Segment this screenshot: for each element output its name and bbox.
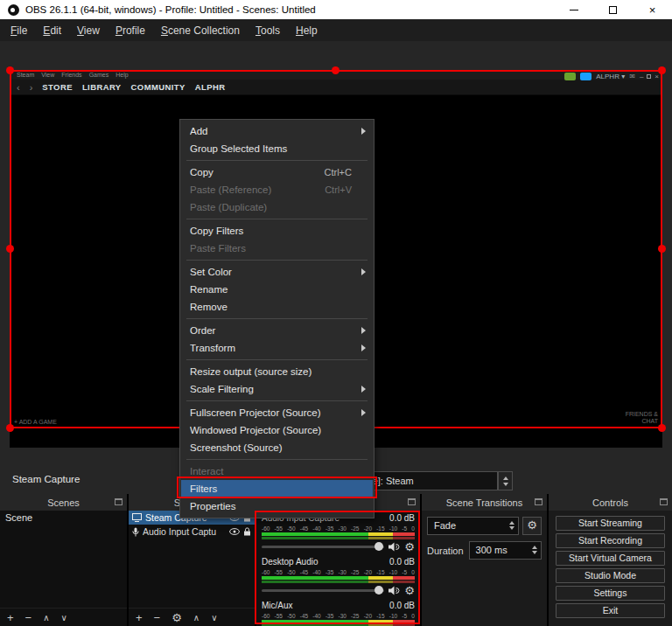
start-virtual-camera-button[interactable]: Start Virtual Camera — [556, 551, 665, 566]
steam-menu-item: Friends — [61, 72, 81, 78]
db-tick: -15 — [376, 525, 384, 532]
steam-window-controls: –× — [640, 73, 659, 80]
db-tick: -40 — [312, 525, 320, 532]
context-menu-item-fullscreen-projector[interactable]: Fullscreen Projector (Source) — [181, 404, 373, 421]
lock-icon[interactable] — [243, 527, 251, 536]
remove-scene-button[interactable]: − — [25, 609, 32, 626]
context-menu-item-paste-filters: Paste Filters — [181, 240, 373, 257]
context-menu-item-set-color[interactable]: Set Color — [181, 263, 373, 281]
sources-list: Steam Capture Audio Input Captu + − ⚙ ∧ … — [129, 511, 255, 626]
menu-tools[interactable]: Tools — [248, 22, 288, 39]
context-menu-item-filters[interactable]: Filters — [181, 480, 373, 497]
menu-help[interactable]: Help — [288, 22, 326, 39]
db-tick: 0 — [411, 613, 415, 619]
dock-float-icon[interactable] — [408, 498, 416, 505]
context-menu-item-group-selected-items[interactable]: Group Selected Items — [181, 140, 373, 157]
mixer-channel-mic-aux: Mic/Aux 0.0 dB -60-55-50-45-40-35-30-25-… — [262, 601, 415, 626]
menu-file[interactable]: File — [3, 22, 35, 39]
context-menu-item-add[interactable]: Add — [181, 122, 373, 140]
speaker-icon[interactable] — [388, 586, 400, 595]
settings-button[interactable]: Settings — [556, 586, 665, 601]
context-menu-item-properties[interactable]: Properties — [181, 497, 373, 515]
speaker-icon[interactable] — [388, 542, 400, 552]
volume-slider[interactable] — [262, 589, 384, 592]
window-title: OBS 26.1.1 (64-bit, windows) - Profile: … — [25, 4, 316, 15]
dock-float-icon[interactable] — [535, 498, 542, 505]
source-label: Audio Input Captu — [143, 526, 226, 537]
window-select-spinner[interactable] — [498, 471, 513, 490]
volume-slider[interactable] — [262, 546, 384, 548]
move-scene-down-button[interactable]: ∨ — [61, 609, 67, 626]
scenes-dock-header[interactable]: Scenes — [0, 494, 127, 511]
title-bar[interactable]: OBS 26.1.1 (64-bit, windows) - Profile: … — [0, 0, 672, 19]
steam-menu-item: View — [41, 72, 54, 78]
context-menu-item-remove[interactable]: Remove — [181, 298, 373, 316]
steam-minimize-icon: – — [640, 73, 643, 80]
db-tick: -60 — [262, 613, 270, 619]
spinner-arrows-icon — [532, 546, 537, 554]
db-tick: -40 — [312, 569, 320, 575]
db-tick: -25 — [351, 569, 359, 575]
steam-nav-profile: ALPHR — [195, 82, 226, 92]
visibility-eye-icon[interactable] — [229, 528, 240, 535]
menu-separator — [186, 219, 368, 219]
volume-slider-handle[interactable] — [374, 542, 383, 551]
submenu-arrow-icon — [361, 128, 366, 135]
dock-float-icon[interactable] — [115, 498, 122, 505]
context-menu-item-scale-filtering[interactable]: Scale Filtering — [181, 380, 373, 398]
menu-view[interactable]: View — [69, 22, 108, 39]
submenu-arrow-icon — [361, 409, 366, 416]
submenu-arrow-icon — [361, 327, 366, 334]
source-properties-gear-icon[interactable]: ⚙ — [172, 609, 182, 626]
transitions-dock-header[interactable]: Scene Transitions — [422, 494, 547, 511]
context-menu-item-resize-output[interactable]: Resize output (source size) — [181, 363, 373, 380]
steam-wallet-icon — [564, 73, 576, 80]
transition-select[interactable]: Fade — [427, 517, 519, 535]
studio-mode-button[interactable]: Studio Mode — [556, 568, 665, 583]
maximize-button[interactable] — [593, 0, 633, 19]
source-row-audio-input[interactable]: Audio Input Captu — [129, 525, 255, 539]
sources-toolbar: + − ⚙ ∧ ∨ — [129, 608, 255, 626]
context-menu-item-copy-filters[interactable]: Copy Filters — [181, 222, 373, 240]
move-scene-up-button[interactable]: ∧ — [43, 609, 49, 626]
volume-meter — [262, 532, 415, 536]
exit-button[interactable]: Exit — [556, 603, 665, 618]
close-button[interactable]: × — [633, 0, 672, 19]
context-menu-item-transform[interactable]: Transform — [181, 339, 373, 357]
move-source-up-button[interactable]: ∧ — [193, 609, 200, 626]
start-streaming-button[interactable]: Start Streaming — [556, 516, 665, 531]
context-menu-item-order[interactable]: Order — [181, 322, 373, 339]
move-source-down-button[interactable]: ∨ — [211, 609, 217, 626]
db-scale: -60-55-50-45-40-35-30-25-20-15-10-50 — [262, 569, 415, 575]
duration-input[interactable]: 300 ms — [469, 541, 542, 560]
remove-source-button[interactable]: − — [154, 609, 161, 626]
transition-gear-button[interactable]: ⚙ — [522, 517, 542, 535]
context-menu-item-screenshot-source[interactable]: Screenshot (Source) — [181, 439, 373, 456]
steam-add-game-label: + ADD A GAME — [14, 419, 57, 425]
context-menu-item-paste-duplicate: Paste (Duplicate) — [181, 198, 373, 216]
volume-meter — [262, 581, 415, 583]
minimize-button[interactable] — [554, 0, 593, 19]
scenes-toolbar: + − ∧ ∨ — [0, 608, 127, 626]
add-scene-button[interactable]: + — [7, 609, 14, 626]
context-menu-item-copy[interactable]: CopyCtrl+C — [181, 163, 373, 181]
channel-gear-icon[interactable]: ⚙ — [404, 585, 415, 597]
db-tick: -10 — [389, 569, 397, 575]
menu-profile[interactable]: Profile — [108, 22, 153, 39]
scene-list-item[interactable]: Scene — [0, 511, 127, 525]
db-tick: 0 — [411, 525, 415, 532]
menu-scene-collection[interactable]: Scene Collection — [153, 22, 248, 39]
context-menu-item-rename[interactable]: Rename — [181, 281, 373, 298]
start-recording-button[interactable]: Start Recording — [556, 533, 665, 548]
context-menu-item-windowed-projector[interactable]: Windowed Projector (Source) — [181, 421, 373, 439]
db-tick: 0 — [411, 569, 415, 575]
controls-dock-header[interactable]: Controls — [549, 494, 672, 511]
submenu-arrow-icon — [361, 344, 366, 351]
add-source-button[interactable]: + — [136, 609, 143, 626]
volume-slider-handle[interactable] — [374, 586, 383, 595]
dock-float-icon[interactable] — [660, 498, 668, 505]
channel-gear-icon[interactable]: ⚙ — [404, 541, 415, 553]
steam-close-icon: × — [654, 73, 659, 80]
menu-edit[interactable]: Edit — [35, 22, 69, 39]
db-tick: -50 — [287, 525, 295, 532]
